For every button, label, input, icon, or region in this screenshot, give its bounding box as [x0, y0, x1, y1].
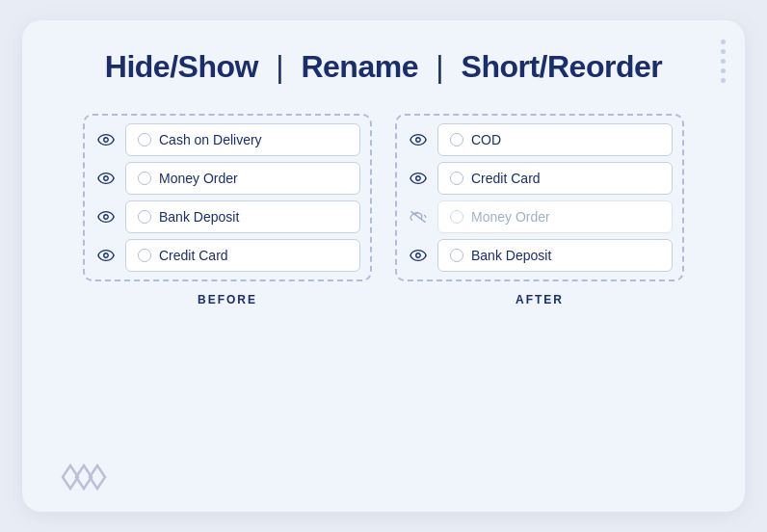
item-label: COD: [471, 132, 501, 147]
svg-point-1: [104, 176, 109, 181]
list-item: Bank Deposit: [407, 239, 673, 272]
dot-1: [721, 40, 726, 44]
svg-point-5: [416, 176, 421, 181]
dot-2: [721, 49, 726, 54]
item-label: Bank Deposit: [159, 209, 239, 225]
svg-point-4: [416, 138, 421, 143]
before-item-money-order[interactable]: Money Order: [125, 162, 360, 195]
item-label: Money Order: [159, 171, 238, 186]
dot-3: [721, 59, 726, 64]
item-label: Credit Card: [471, 171, 541, 186]
list-item: Money Order: [94, 162, 360, 195]
panels-container: Cash on Delivery Money Order: [61, 114, 706, 306]
after-label: AFTER: [516, 293, 564, 306]
svg-point-6: [416, 253, 421, 258]
before-item-credit-card[interactable]: Credit Card: [125, 239, 360, 272]
eye-icon[interactable]: [94, 205, 118, 228]
item-label: Bank Deposit: [471, 248, 551, 263]
title-sep1: |: [276, 49, 283, 84]
radio-circle: [450, 210, 463, 224]
title-part1: Hide/Show: [105, 49, 258, 84]
eye-icon[interactable]: [94, 128, 118, 151]
list-item: Cash on Delivery: [94, 123, 360, 156]
title-sep2: |: [436, 49, 443, 84]
after-items-box: COD Credit Card: [395, 114, 684, 281]
svg-point-2: [104, 215, 109, 220]
radio-circle: [138, 172, 151, 185]
before-items-box: Cash on Delivery Money Order: [83, 114, 372, 281]
eye-hidden-icon[interactable]: [407, 205, 430, 228]
before-item-bank-deposit[interactable]: Bank Deposit: [125, 200, 360, 233]
before-item-cash-on-delivery[interactable]: Cash on Delivery: [125, 123, 360, 156]
eye-icon[interactable]: [407, 244, 430, 267]
after-item-credit-card[interactable]: Credit Card: [437, 162, 673, 195]
list-item: Money Order: [407, 200, 673, 233]
after-panel: COD Credit Card: [395, 114, 684, 306]
after-item-cod[interactable]: COD: [437, 123, 673, 156]
diamond-logo: [61, 464, 119, 491]
svg-point-3: [104, 253, 109, 258]
eye-icon[interactable]: [407, 167, 430, 190]
list-item: Credit Card: [94, 239, 360, 272]
radio-circle: [138, 249, 151, 262]
list-item: Bank Deposit: [94, 200, 360, 233]
eye-icon[interactable]: [407, 128, 430, 151]
dot-4: [721, 68, 726, 73]
item-label: Money Order: [471, 209, 550, 225]
item-label: Cash on Delivery: [159, 132, 262, 147]
before-panel: Cash on Delivery Money Order: [83, 114, 372, 306]
title-part2: Rename: [301, 49, 418, 84]
list-item: Credit Card: [407, 162, 673, 195]
radio-circle: [138, 210, 151, 224]
item-label: Credit Card: [159, 248, 228, 263]
main-card: Hide/Show | Rename | Short/Reorder: [22, 20, 745, 512]
svg-point-0: [104, 138, 109, 143]
radio-circle: [450, 172, 463, 185]
dot-5: [721, 78, 726, 83]
after-item-money-order-hidden[interactable]: Money Order: [437, 200, 673, 233]
radio-circle: [450, 133, 463, 146]
before-label: BEFORE: [198, 293, 257, 306]
eye-icon[interactable]: [94, 167, 118, 190]
eye-icon[interactable]: [94, 244, 118, 267]
radio-circle: [450, 249, 463, 262]
after-item-bank-deposit[interactable]: Bank Deposit: [437, 239, 673, 272]
dots-menu: [721, 40, 726, 83]
title-part3: Short/Reorder: [462, 49, 663, 84]
radio-circle: [138, 133, 151, 146]
page-title: Hide/Show | Rename | Short/Reorder: [105, 49, 662, 85]
list-item: COD: [407, 123, 673, 156]
